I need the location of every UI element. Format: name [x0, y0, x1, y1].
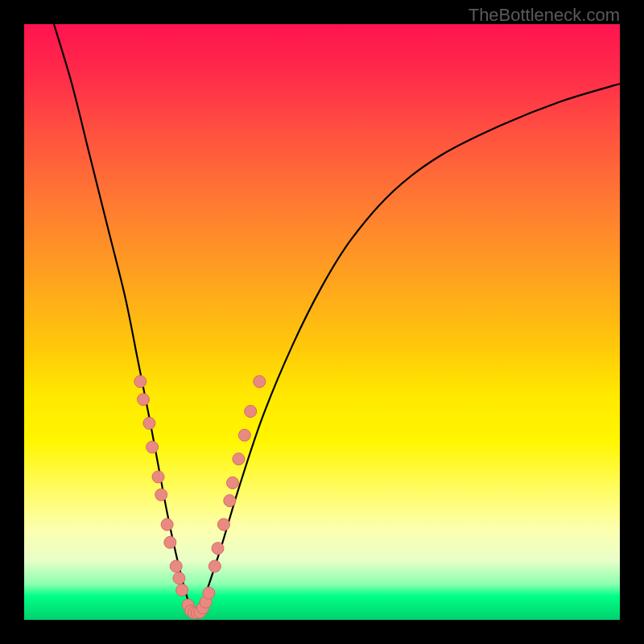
sample-dot — [143, 417, 155, 429]
curve-svg — [24, 24, 620, 620]
sample-dot — [152, 471, 164, 483]
sample-dot — [245, 406, 257, 418]
plot-area — [24, 24, 620, 620]
watermark-text: TheBottleneck.com — [469, 5, 620, 26]
chart-frame: TheBottleneck.com — [0, 0, 644, 644]
sample-dot — [164, 536, 176, 548]
sample-dot — [233, 453, 245, 465]
sample-dot — [212, 543, 224, 555]
sample-dot — [254, 376, 266, 388]
sample-dot — [138, 394, 150, 406]
sample-dot — [170, 560, 182, 572]
sample-dot — [203, 587, 215, 599]
sample-dot — [224, 495, 236, 507]
sample-dot — [208, 560, 221, 572]
sample-dot — [176, 584, 188, 597]
sample-dot — [217, 518, 229, 530]
sample-dot — [161, 518, 173, 530]
sample-dot — [238, 429, 250, 441]
sample-dots — [134, 376, 266, 619]
sample-dot — [147, 441, 159, 453]
sample-dot — [227, 477, 239, 489]
bottleneck-curve — [54, 24, 620, 615]
sample-dot — [134, 376, 147, 388]
sample-dot — [173, 572, 185, 584]
sample-dot — [155, 489, 167, 501]
